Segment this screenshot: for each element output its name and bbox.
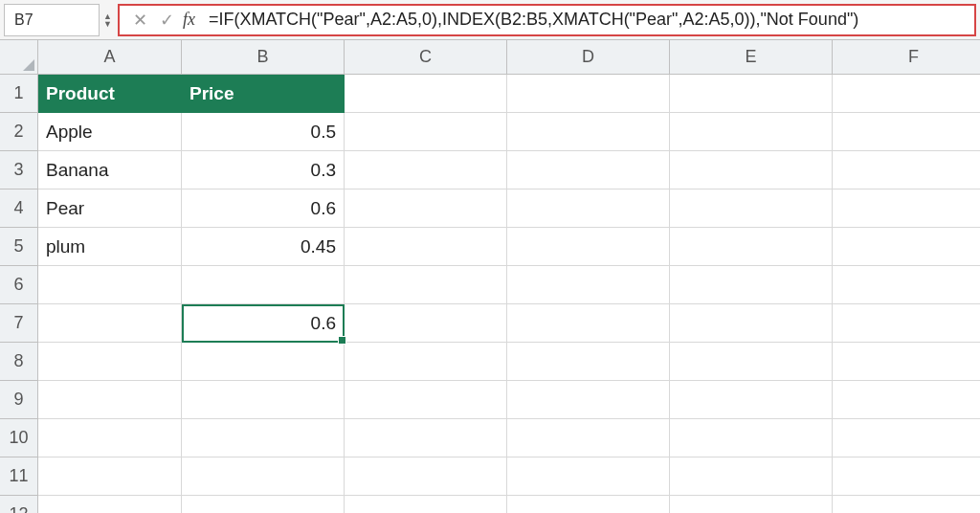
col-header-E[interactable]: E [670,40,833,75]
cell-A10[interactable] [38,419,182,457]
cell-F6[interactable] [833,266,980,304]
row-header-9[interactable]: 9 [0,381,38,419]
cell-B11[interactable] [182,457,345,496]
col-header-F[interactable]: F [833,40,980,75]
cell-D9[interactable] [507,381,670,419]
cell-C10[interactable] [345,419,507,457]
row-header-4[interactable]: 4 [0,190,38,228]
cell-B1[interactable]: Price [182,75,345,113]
cell-F7[interactable] [833,304,980,343]
cell-C9[interactable] [345,381,507,419]
row-header-11[interactable]: 11 [0,457,38,496]
cell-C12[interactable] [345,496,507,513]
cell-B7[interactable]: 0.6 [182,304,345,343]
cell-C2[interactable] [345,113,507,151]
row-header-7[interactable]: 7 [0,304,38,343]
cell-F2[interactable] [833,113,980,151]
select-all-corner[interactable] [0,40,38,75]
row-header-6[interactable]: 6 [0,266,38,304]
cell-C8[interactable] [345,343,507,381]
cell-A3[interactable]: Banana [38,151,182,190]
cell-E10[interactable] [670,419,833,457]
cell-B8[interactable] [182,343,345,381]
cell-B2[interactable]: 0.5 [182,113,345,151]
cell-E2[interactable] [670,113,833,151]
row-header-8[interactable]: 8 [0,343,38,381]
cell-C6[interactable] [345,266,507,304]
cell-E5[interactable] [670,228,833,266]
cell-C1[interactable] [345,75,507,113]
cell-C7[interactable] [345,304,507,343]
cell-D12[interactable] [507,496,670,513]
row-header-3[interactable]: 3 [0,151,38,190]
row-headers: 1 2 3 4 5 6 7 8 9 10 11 12 [0,75,38,513]
cell-D7[interactable] [507,304,670,343]
col-header-A[interactable]: A [38,40,182,75]
cell-D11[interactable] [507,457,670,496]
cell-E6[interactable] [670,266,833,304]
cell-D1[interactable] [507,75,670,113]
cell-F5[interactable] [833,228,980,266]
cell-D8[interactable] [507,343,670,381]
cell-A9[interactable] [38,381,182,419]
cell-F3[interactable] [833,151,980,190]
cell-A6[interactable] [38,266,182,304]
row-header-10[interactable]: 10 [0,419,38,457]
cell-E9[interactable] [670,381,833,419]
formula-text[interactable]: =IF(XMATCH("Pear",A2:A5,0),INDEX(B2:B5,X… [209,10,858,30]
cell-A8[interactable] [38,343,182,381]
cell-E12[interactable] [670,496,833,513]
cancel-icon[interactable]: ✕ [129,10,152,31]
col-header-B[interactable]: B [182,40,345,75]
cell-A11[interactable] [38,457,182,496]
cell-C5[interactable] [345,228,507,266]
cell-F8[interactable] [833,343,980,381]
formula-bar: B7 ▲▼ ✕ ✓ fx =IF(XMATCH("Pear",A2:A5,0),… [0,0,980,40]
cell-F10[interactable] [833,419,980,457]
cell-A5[interactable]: plum [38,228,182,266]
col-header-D[interactable]: D [507,40,670,75]
accept-icon[interactable]: ✓ [156,10,179,31]
row-header-1[interactable]: 1 [0,75,38,113]
cell-E4[interactable] [670,190,833,228]
cell-C11[interactable] [345,457,507,496]
name-box-spinner[interactable]: ▲▼ [103,4,112,36]
cell-D5[interactable] [507,228,670,266]
cell-C4[interactable] [345,190,507,228]
cell-A2[interactable]: Apple [38,113,182,151]
cell-D10[interactable] [507,419,670,457]
row-header-5[interactable]: 5 [0,228,38,266]
cell-F12[interactable] [833,496,980,513]
name-box[interactable]: B7 [4,4,100,36]
cell-F9[interactable] [833,381,980,419]
row-header-12[interactable]: 12 [0,496,38,513]
cell-B4[interactable]: 0.6 [182,190,345,228]
cell-D2[interactable] [507,113,670,151]
cell-D4[interactable] [507,190,670,228]
cell-C3[interactable] [345,151,507,190]
cell-E8[interactable] [670,343,833,381]
cell-A1[interactable]: Product [38,75,182,113]
row-header-2[interactable]: 2 [0,113,38,151]
cell-B3[interactable]: 0.3 [182,151,345,190]
cell-E11[interactable] [670,457,833,496]
cell-D3[interactable] [507,151,670,190]
cell-B12[interactable] [182,496,345,513]
cell-E7[interactable] [670,304,833,343]
cell-B5[interactable]: 0.45 [182,228,345,266]
spreadsheet-grid: A B C D E F 1 2 3 4 5 6 7 8 9 10 11 12 [0,40,980,513]
cell-F4[interactable] [833,190,980,228]
cell-E1[interactable] [670,75,833,113]
cell-A7[interactable] [38,304,182,343]
cell-D6[interactable] [507,266,670,304]
cell-B6[interactable] [182,266,345,304]
col-header-C[interactable]: C [345,40,507,75]
cell-E3[interactable] [670,151,833,190]
cell-B10[interactable] [182,419,345,457]
cell-A4[interactable]: Pear [38,190,182,228]
cell-F11[interactable] [833,457,980,496]
cell-B9[interactable] [182,381,345,419]
cell-F1[interactable] [833,75,980,113]
cell-A12[interactable] [38,496,182,513]
fx-icon[interactable]: fx [183,10,195,30]
